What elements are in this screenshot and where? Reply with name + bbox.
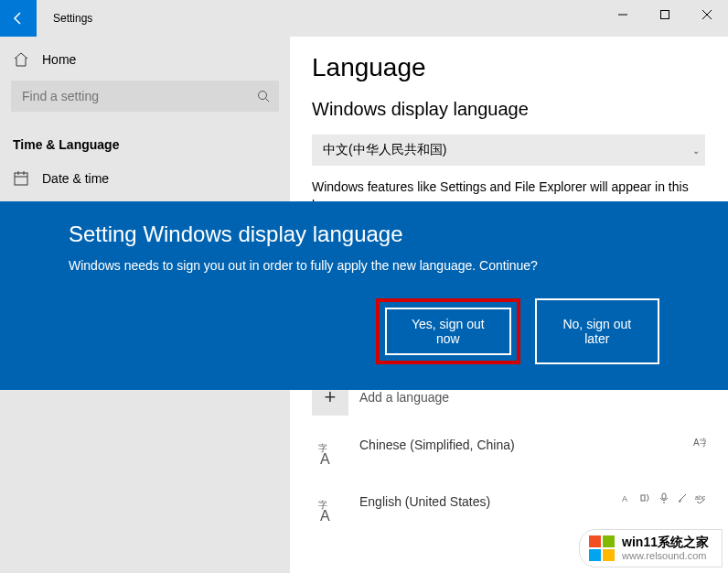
- svg-line-5: [266, 99, 270, 103]
- home-icon: [13, 51, 29, 68]
- language-name: English (United States): [359, 492, 490, 509]
- yes-signout-button[interactable]: Yes, sign out now: [385, 308, 511, 355]
- watermark: win11系统之家 www.relsound.com: [579, 529, 723, 568]
- watermark-logo-icon: [589, 535, 615, 561]
- add-language-label: Add a language: [359, 390, 449, 405]
- minimize-icon: [618, 10, 627, 19]
- settings-window: Settings Home: [0, 0, 728, 573]
- section-title: Windows display language: [312, 99, 706, 120]
- signout-dialog: Setting Windows display language Windows…: [0, 201, 728, 390]
- language-row-chinese[interactable]: 字A Chinese (Simplified, China) A字: [312, 436, 706, 472]
- svg-text:A: A: [622, 494, 627, 503]
- svg-text:A字: A字: [693, 438, 706, 448]
- search-icon: [257, 90, 270, 103]
- maximize-button[interactable]: [644, 0, 686, 29]
- page-title: Language: [312, 53, 706, 82]
- minimize-button[interactable]: [602, 0, 644, 29]
- language-feature-icons: A abc: [622, 492, 706, 503]
- language-glyph-icon: 字A: [312, 492, 348, 529]
- window-controls: [602, 0, 728, 29]
- tts-icon: [640, 492, 651, 503]
- display-lang-icon: A: [622, 492, 633, 503]
- back-button[interactable]: [0, 0, 37, 37]
- language-glyph-icon: 字A: [312, 436, 348, 472]
- sidebar-item-label: Date & time: [42, 171, 109, 186]
- watermark-title: win11系统之家: [622, 535, 709, 549]
- svg-point-4: [259, 92, 267, 100]
- svg-text:abc: abc: [695, 494, 706, 501]
- sidebar-item-date-time[interactable]: Date & time: [0, 161, 290, 196]
- handwriting-icon: [677, 492, 688, 503]
- watermark-url: www.relsound.com: [622, 550, 709, 561]
- dialog-message: Windows needs to sign you out in order t…: [69, 258, 659, 273]
- svg-rect-1: [661, 11, 669, 19]
- dropdown-value: 中文(中华人民共和国): [323, 142, 446, 158]
- highlight-annotation: Yes, sign out now: [376, 298, 520, 364]
- maximize-icon: [660, 10, 669, 19]
- arrow-left-icon: [11, 11, 26, 26]
- calendar-icon: [13, 170, 29, 187]
- no-signout-button[interactable]: No, sign out later: [535, 298, 659, 364]
- close-button[interactable]: [686, 0, 728, 29]
- language-row-english[interactable]: 字A English (United States) A abc: [312, 492, 706, 529]
- nav-home-label: Home: [42, 52, 76, 67]
- display-language-dropdown[interactable]: 中文(中华人民共和国) ⌄: [312, 135, 705, 166]
- svg-rect-16: [641, 495, 645, 501]
- search-wrap: [0, 81, 290, 121]
- close-icon: [702, 10, 712, 19]
- nav-home[interactable]: Home: [0, 37, 290, 81]
- dialog-buttons: Yes, sign out now No, sign out later: [376, 298, 659, 364]
- chevron-down-icon: ⌄: [692, 146, 700, 156]
- dialog-title: Setting Windows display language: [69, 222, 659, 247]
- svg-text:A: A: [320, 508, 330, 524]
- speech-icon: [658, 492, 669, 503]
- svg-rect-6: [15, 173, 27, 185]
- sidebar-category: Time & Language: [0, 121, 290, 161]
- language-feature-icons: A字: [693, 436, 706, 449]
- titlebar: Settings: [0, 0, 728, 37]
- language-name: Chinese (Simplified, China): [359, 436, 515, 452]
- spellcheck-icon: abc: [695, 492, 706, 503]
- display-lang-icon: A字: [693, 436, 706, 449]
- search-input[interactable]: [11, 81, 279, 112]
- svg-text:A: A: [320, 451, 330, 467]
- window-title: Settings: [37, 12, 92, 25]
- svg-rect-17: [662, 493, 666, 499]
